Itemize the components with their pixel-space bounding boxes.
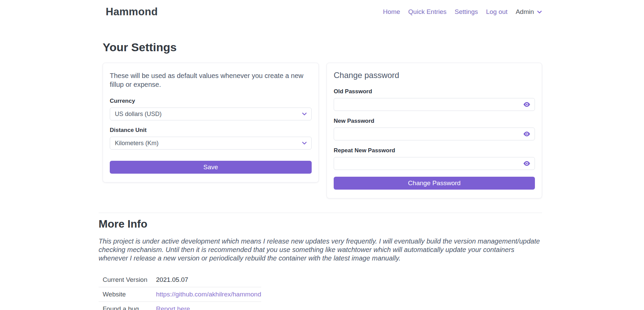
development-note: This project is under active development… [99,237,542,263]
info-row-label: Current Version [99,273,156,287]
new-password-group: New Password [334,118,535,140]
distance-unit-field: Kilometers (Km) [110,137,312,150]
info-row: Current Version2021.05.07 [99,273,261,287]
currency-label: Currency [110,98,312,104]
settings-cards: These will be used as default values whe… [103,63,542,198]
currency-selected-value: US dollars (USD) [115,111,162,118]
distance-unit-select[interactable]: Kilometers (Km) [110,137,312,150]
change-password-title: Change password [334,71,535,80]
distance-unit-label: Distance Unit [110,127,312,134]
repeat-password-input[interactable] [334,157,535,170]
eye-icon[interactable] [523,131,531,137]
old-password-group: Old Password [334,88,535,111]
change-password-card: Change password Old Password New Passwor… [327,63,542,198]
info-link[interactable]: Report here [156,305,190,310]
new-password-label: New Password [334,118,535,124]
page-title: Your Settings [103,41,542,54]
chevron-down-icon [302,111,307,117]
info-link[interactable]: https://github.com/akhilrex/hammond [156,291,262,298]
info-row: Websitehttps://github.com/akhilrex/hammo… [99,287,261,302]
settings-page: Your Settings These will be used as defa… [0,41,644,310]
chevron-down-icon [537,9,542,15]
change-password-button[interactable]: Change Password [334,177,535,190]
default-values-card: These will be used as default values whe… [103,63,319,182]
info-row-value: Report here [156,302,262,310]
brand-logo[interactable]: Hammond [106,6,158,18]
new-password-input[interactable] [334,128,535,140]
eye-icon[interactable] [523,161,531,166]
currency-field: US dollars (USD) [110,108,312,120]
more-info-title: More Info [99,218,542,230]
distance-unit-selected-value: Kilometers (Km) [115,140,159,147]
user-menu-label: Admin [516,8,534,16]
repeat-password-group: Repeat New Password [334,147,535,170]
user-menu-admin[interactable]: Admin [516,8,542,16]
info-row-label: Website [99,287,156,302]
chevron-down-icon [302,140,307,146]
info-row-label: Found a bug [99,302,156,310]
defaults-description: These will be used as default values whe… [110,71,312,89]
save-button[interactable]: Save [110,161,312,174]
nav-link-home[interactable]: Home [383,8,400,16]
nav-link-settings[interactable]: Settings [455,8,478,16]
nav-links: HomeQuick EntriesSettingsLog out [383,8,507,16]
primary-nav: HomeQuick EntriesSettingsLog out Admin [383,8,542,16]
section-divider [99,213,542,213]
eye-icon[interactable] [523,102,531,107]
top-navbar: Hammond HomeQuick EntriesSettingsLog out… [0,0,644,24]
info-row: Found a bugReport here [99,302,261,310]
old-password-label: Old Password [334,88,535,95]
nav-link-quick-entries[interactable]: Quick Entries [408,8,446,16]
more-info-section: More Info This project is under active d… [99,218,542,310]
info-row-value: 2021.05.07 [156,273,262,287]
repeat-password-label: Repeat New Password [334,147,535,154]
old-password-input[interactable] [334,98,535,111]
info-row-value: https://github.com/akhilrex/hammond [156,287,262,302]
currency-select[interactable]: US dollars (USD) [110,108,312,120]
more-info-table: Current Version2021.05.07Websitehttps://… [99,273,261,310]
nav-link-log-out[interactable]: Log out [486,8,507,16]
